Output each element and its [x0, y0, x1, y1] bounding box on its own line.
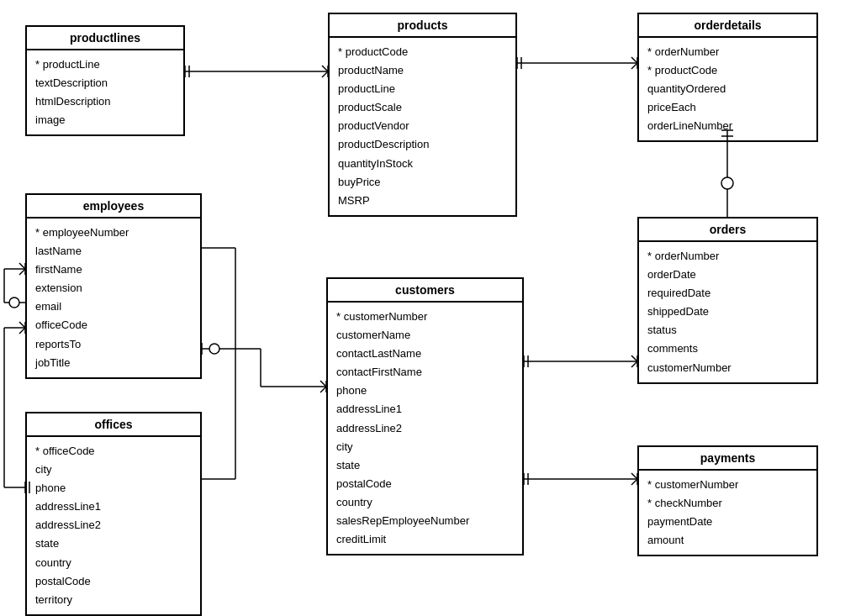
- svg-line-41: [19, 322, 25, 328]
- field: * productCode: [647, 61, 808, 80]
- field: orderDate: [647, 266, 808, 284]
- field: productScale: [338, 98, 507, 117]
- field: creditLimit: [336, 530, 514, 549]
- field: productVendor: [338, 117, 507, 135]
- svg-line-29: [320, 387, 326, 392]
- table-productlines: productlines * productLine textDescripti…: [25, 25, 185, 136]
- table-offices: offices * officeCode city phone addressL…: [25, 412, 202, 616]
- table-offices-header: offices: [27, 413, 200, 437]
- svg-line-52: [631, 479, 637, 485]
- field: * productLine: [35, 55, 175, 74]
- field: quantityOrdered: [647, 80, 808, 98]
- table-orders-body: * orderNumber orderDate requiredDate shi…: [639, 242, 816, 382]
- svg-line-3: [322, 66, 328, 71]
- field: shippedDate: [647, 303, 808, 321]
- field: contactLastName: [336, 345, 514, 363]
- field: productLine: [338, 80, 507, 98]
- field: email: [35, 297, 192, 316]
- field: state: [336, 456, 514, 475]
- svg-line-45: [631, 355, 637, 361]
- svg-line-9: [631, 57, 637, 63]
- field: lastName: [35, 242, 192, 261]
- field: reportsTo: [35, 335, 192, 354]
- table-payments: payments * customerNumber * checkNumber …: [637, 445, 818, 556]
- field: addressLine1: [336, 400, 514, 419]
- field: territory: [35, 591, 192, 609]
- svg-line-42: [19, 328, 25, 334]
- field: paymentDate: [647, 513, 808, 531]
- svg-line-10: [631, 63, 637, 69]
- field: firstName: [35, 261, 192, 279]
- svg-line-22: [19, 269, 25, 275]
- field: * officeCode: [35, 442, 192, 461]
- table-orderdetails-header: orderdetails: [639, 14, 816, 38]
- field: comments: [647, 340, 808, 358]
- field: postalCode: [35, 572, 192, 591]
- table-productlines-body: * productLine textDescription htmlDescri…: [27, 50, 183, 134]
- table-customers-header: customers: [328, 279, 522, 303]
- svg-line-4: [322, 71, 328, 77]
- table-orderdetails: orderdetails * orderNumber * productCode…: [637, 13, 818, 142]
- svg-line-28: [320, 381, 326, 387]
- field: * productCode: [338, 43, 507, 61]
- field: MSRP: [338, 192, 507, 210]
- field: status: [647, 321, 808, 340]
- field: postalCode: [336, 475, 514, 493]
- field: buyPrice: [338, 173, 507, 192]
- svg-line-21: [19, 263, 25, 269]
- field: orderLineNumber: [647, 117, 808, 135]
- field: priceEach: [647, 98, 808, 117]
- table-payments-header: payments: [639, 447, 816, 471]
- field: productDescription: [338, 135, 507, 154]
- field: * checkNumber: [647, 494, 808, 513]
- table-customers-body: * customerNumber customerName contactLas…: [328, 303, 522, 554]
- field: addressLine2: [35, 516, 192, 534]
- field: customerName: [336, 326, 514, 345]
- field: country: [35, 554, 192, 572]
- svg-line-46: [631, 361, 637, 367]
- field: state: [35, 534, 192, 553]
- field: city: [35, 461, 192, 479]
- table-orderdetails-body: * orderNumber * productCode quantityOrde…: [639, 38, 816, 140]
- field: productName: [338, 61, 507, 80]
- field: extension: [35, 279, 192, 297]
- table-employees: employees * employeeNumber lastName firs…: [25, 193, 202, 379]
- table-payments-body: * customerNumber * checkNumber paymentDa…: [639, 471, 816, 555]
- field: quantityInStock: [338, 155, 507, 173]
- field: * employeeNumber: [35, 224, 192, 242]
- field: salesRepEmployeeNumber: [336, 512, 514, 530]
- field: officeCode: [35, 316, 192, 334]
- table-offices-body: * officeCode city phone addressLine1 add…: [27, 437, 200, 614]
- field: contactFirstName: [336, 363, 514, 382]
- table-employees-body: * employeeNumber lastName firstName exte…: [27, 218, 200, 377]
- field: addressLine2: [336, 419, 514, 438]
- field: htmlDescription: [35, 92, 175, 111]
- diagram-container: productlines * productLine textDescripti…: [0, 0, 861, 616]
- svg-point-14: [721, 177, 733, 189]
- field: phone: [336, 382, 514, 400]
- table-employees-header: employees: [27, 195, 200, 218]
- table-products-header: products: [330, 14, 515, 38]
- field: textDescription: [35, 74, 175, 92]
- field: addressLine1: [35, 498, 192, 516]
- field: * orderNumber: [647, 43, 808, 61]
- table-orders: orders * orderNumber orderDate requiredD…: [637, 217, 818, 384]
- field: * orderNumber: [647, 247, 808, 266]
- field: image: [35, 111, 175, 129]
- field: jobTitle: [35, 354, 192, 372]
- table-orders-header: orders: [639, 218, 816, 242]
- svg-line-51: [631, 473, 637, 479]
- table-productlines-header: productlines: [27, 27, 183, 50]
- field: * customerNumber: [336, 308, 514, 326]
- table-products-body: * productCode productName productLine pr…: [330, 38, 515, 215]
- field: amount: [647, 531, 808, 550]
- field: customerNumber: [647, 359, 808, 377]
- svg-point-30: [209, 344, 219, 354]
- svg-point-23: [9, 297, 19, 308]
- table-products: products * productCode productName produ…: [328, 13, 517, 217]
- field: * customerNumber: [647, 476, 808, 494]
- field: requiredDate: [647, 284, 808, 303]
- field: phone: [35, 479, 192, 498]
- table-customers: customers * customerNumber customerName …: [326, 277, 524, 555]
- field: country: [336, 493, 514, 512]
